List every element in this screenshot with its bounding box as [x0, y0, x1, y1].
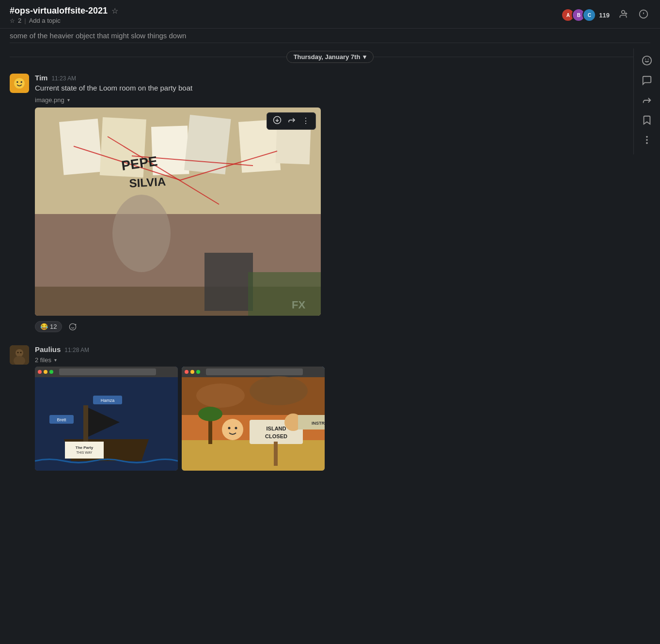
svg-text:CLOSED: CLOSED — [265, 433, 287, 439]
laugh-emoji: 😂 — [40, 323, 48, 330]
paulius-file-name: 2 files — [35, 356, 51, 364]
paulius-message-content: Paulius 11:28 AM 2 files ▾ — [35, 345, 650, 471]
svg-rect-73 — [274, 442, 278, 466]
svg-point-7 — [14, 78, 25, 89]
svg-text:INSTRU: INSTRU — [312, 421, 325, 426]
date-pill[interactable]: Thursday, January 7th ▾ — [286, 51, 374, 63]
svg-rect-29 — [248, 272, 321, 316]
files-chevron-icon: ▾ — [54, 357, 57, 363]
conspiracy-image[interactable]: PEPE SILVIA FX — [35, 107, 321, 316]
svg-rect-69 — [182, 440, 325, 471]
svg-point-90 — [646, 143, 647, 144]
tim-reactions: 😂 12 — [35, 320, 650, 334]
message-row-tim: Tim 11:23 AM Current state of the Loom r… — [10, 71, 650, 337]
paulius-timestamp: 11:28 AM — [64, 347, 89, 353]
svg-point-67 — [196, 383, 245, 408]
svg-point-40 — [17, 352, 19, 353]
svg-point-46 — [49, 370, 53, 374]
members-icon: ☆ — [10, 17, 15, 24]
tim-image-container: PEPE SILVIA FX — [35, 107, 321, 316]
tim-file-label[interactable]: image.png ▾ — [35, 96, 650, 104]
context-message: some of the heavier object that might sl… — [10, 29, 650, 43]
file-chevron-icon: ▾ — [67, 97, 70, 103]
svg-point-77 — [228, 427, 231, 429]
svg-point-68 — [250, 376, 308, 405]
messages-area: some of the heavier object that might sl… — [0, 29, 660, 474]
channel-meta: ☆ 2 | Add a topic — [10, 17, 118, 24]
laugh-reaction[interactable]: 😂 12 — [35, 321, 62, 332]
image-more-button[interactable]: ⋮ — [300, 115, 312, 126]
tim-message-content: Tim 11:23 AM Current state of the Loom r… — [35, 74, 650, 334]
info-button[interactable] — [637, 7, 650, 23]
separator: | — [24, 17, 26, 24]
add-reaction-button[interactable] — [66, 320, 79, 334]
tim-sender-name: Tim — [35, 74, 47, 82]
svg-rect-50 — [83, 405, 88, 444]
svg-text:THIS WAY: THIS WAY — [76, 451, 92, 454]
svg-text:Brett: Brett — [57, 417, 66, 422]
svg-point-78 — [235, 427, 237, 429]
svg-point-76 — [222, 419, 243, 440]
image-overlay-toolbar: ⋮ — [267, 112, 316, 130]
forward-message-button[interactable] — [639, 92, 655, 111]
header-left: #ops-virtualoffsite-2021 ☆ ☆ 2 | Add a t… — [10, 6, 118, 24]
paulius-avatar-box — [10, 345, 29, 365]
svg-point-9 — [21, 81, 22, 83]
thumbnail-2[interactable]: ISLAND CLOSED I — [182, 367, 325, 471]
star-icon[interactable]: ☆ — [111, 6, 118, 15]
bookmark-button[interactable] — [639, 112, 655, 131]
emoji-reaction-button[interactable] — [639, 52, 655, 71]
image-share-button[interactable] — [285, 115, 298, 127]
member-count: 2 — [18, 17, 21, 24]
laugh-count: 12 — [50, 323, 57, 330]
reply-in-thread-button[interactable] — [639, 72, 655, 91]
svg-rect-64 — [206, 368, 303, 375]
right-sidebar — [633, 48, 660, 154]
paulius-file-label[interactable]: 2 files ▾ — [35, 356, 650, 364]
svg-point-38 — [16, 349, 23, 357]
svg-text:Hamza: Hamza — [101, 398, 115, 403]
paulius-sender-name: Paulius — [35, 345, 61, 353]
image-download-button[interactable] — [271, 115, 283, 127]
svg-point-44 — [38, 370, 42, 374]
svg-point-61 — [185, 370, 189, 374]
svg-point-84 — [648, 59, 649, 60]
more-actions-button[interactable] — [639, 132, 655, 151]
svg-point-41 — [20, 352, 22, 353]
thumbnail-1[interactable]: Hamza Brett The Party THIS WAY — [35, 367, 178, 471]
channel-title-row: #ops-virtualoffsite-2021 ☆ — [10, 6, 118, 16]
date-chevron-icon: ▾ — [363, 53, 366, 61]
svg-point-88 — [646, 137, 647, 138]
channel-header: #ops-virtualoffsite-2021 ☆ ☆ 2 | Add a t… — [0, 0, 660, 29]
paulius-avatar — [10, 345, 29, 365]
tim-avatar — [10, 74, 29, 93]
svg-point-71 — [198, 407, 222, 421]
svg-point-62 — [190, 370, 194, 374]
message-row-paulius: Paulius 11:28 AM 2 files ▾ — [10, 342, 650, 474]
date-divider: Thursday, January 7th ▾ — [10, 51, 650, 63]
date-label: Thursday, January 7th — [294, 53, 361, 61]
channel-name: #ops-virtualoffsite-2021 — [10, 6, 108, 16]
add-topic-button[interactable]: Add a topic — [29, 17, 61, 24]
svg-text:SILVIA: SILVIA — [129, 175, 166, 190]
svg-point-83 — [645, 59, 646, 60]
paulius-message-header: Paulius 11:28 AM — [35, 345, 650, 353]
tim-file-name: image.png — [35, 96, 64, 104]
svg-point-26 — [112, 195, 171, 272]
tim-message-text: Current state of the Loom room on the pa… — [35, 83, 650, 93]
svg-rect-12 — [59, 119, 102, 175]
svg-point-0 — [622, 10, 625, 14]
svg-point-82 — [643, 56, 651, 65]
svg-text:The Party: The Party — [76, 445, 94, 450]
svg-point-8 — [16, 81, 18, 83]
header-right: A B C 119 — [561, 7, 650, 23]
add-member-button[interactable] — [616, 7, 630, 23]
svg-point-63 — [196, 370, 200, 374]
svg-rect-15 — [184, 115, 231, 174]
tim-timestamp: 11:23 AM — [51, 75, 76, 82]
svg-point-45 — [44, 370, 47, 374]
avatar-group: A B C 119 — [561, 8, 610, 22]
svg-rect-27 — [204, 253, 253, 311]
paulius-thumbnail-grid: Hamza Brett The Party THIS WAY — [35, 367, 650, 471]
total-members-count: 119 — [599, 12, 610, 19]
